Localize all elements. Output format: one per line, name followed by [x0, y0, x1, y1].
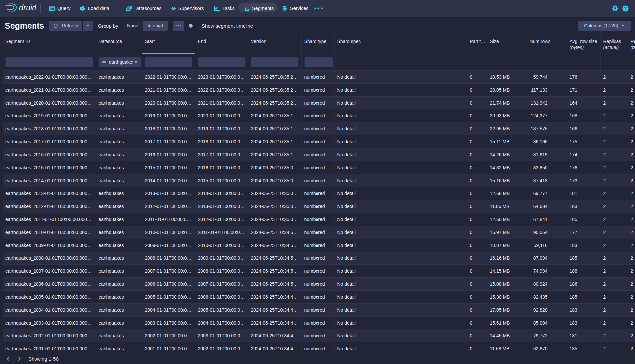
svg-text:?: ? [624, 6, 627, 11]
